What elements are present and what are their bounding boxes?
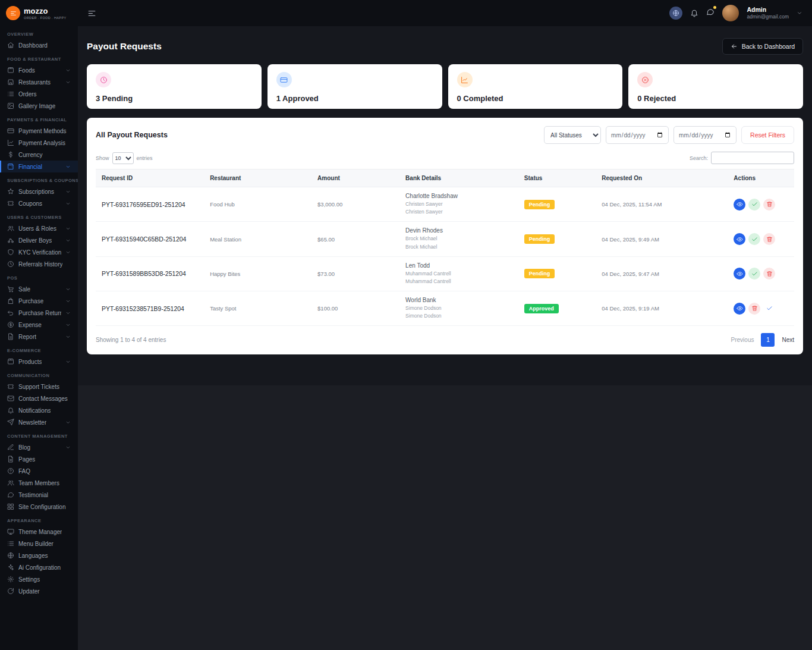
- avatar[interactable]: [722, 5, 739, 21]
- column-header-status[interactable]: Status: [518, 169, 596, 187]
- chevron-down-icon: [65, 322, 71, 328]
- sidebar-item-label: Ai Configuration: [18, 564, 61, 571]
- approve-button[interactable]: [748, 199, 760, 211]
- sidebar-item-restaurants[interactable]: Restaurants: [0, 76, 78, 88]
- bank-detail: Simone Dodson: [405, 304, 512, 312]
- request-id: PYT-69315238571B9-251204: [96, 291, 204, 326]
- sidebar-item-sale[interactable]: Sale: [0, 283, 78, 295]
- status-filter-select[interactable]: All Statuses: [544, 126, 601, 144]
- column-header-bank-details[interactable]: Bank Details: [399, 169, 518, 187]
- request-id: PYT-6931589BB53D8-251204: [96, 256, 204, 291]
- column-header-amount[interactable]: Amount: [311, 169, 399, 187]
- column-header-actions[interactable]: Actions: [728, 169, 794, 187]
- delete-button[interactable]: [748, 303, 760, 315]
- sidebar-item-pages[interactable]: Pages: [0, 453, 78, 465]
- chevron-down-icon: [65, 420, 71, 425]
- sidebar-item-subscriptions[interactable]: Subscriptions: [0, 186, 78, 197]
- sidebar-item-expense[interactable]: Expense: [0, 319, 78, 331]
- sidebar-item-label: Payment Analysis: [18, 140, 65, 146]
- coins-icon: [7, 321, 14, 328]
- chevron-down-icon: [65, 68, 71, 73]
- sidebar-item-financial[interactable]: Financial: [0, 161, 78, 172]
- sidebar-item-settings[interactable]: Settings: [0, 573, 78, 585]
- sidebar-item-report[interactable]: Report: [0, 331, 78, 343]
- sidebar-item-faq[interactable]: FAQ: [0, 465, 78, 477]
- sidebar-item-gallery-image[interactable]: Gallery Image: [0, 100, 78, 112]
- sidebar-item-referrals-history[interactable]: Referrals History: [0, 258, 78, 270]
- sidebar-item-newsletter[interactable]: Newsletter: [0, 416, 78, 428]
- reset-filters-button[interactable]: Reset Filters: [741, 126, 794, 144]
- search-input[interactable]: [711, 152, 794, 164]
- clock-icon: [7, 260, 14, 268]
- topbar: Admin admin@gmail.com: [78, 0, 812, 26]
- date-from-input[interactable]: [606, 126, 669, 144]
- complete-button[interactable]: [763, 303, 775, 315]
- request-id: PYT-69315940C65BD-251204: [96, 222, 204, 256]
- sidebar-item-ai-configuration[interactable]: Ai Configuration: [0, 561, 78, 573]
- pagination-next[interactable]: Next: [782, 337, 794, 343]
- sidebar-item-languages[interactable]: Languages: [0, 549, 78, 561]
- sidebar-item-kyc-verification[interactable]: KYC Verification: [0, 246, 78, 258]
- delete-button[interactable]: [763, 199, 775, 211]
- back-to-dashboard-button[interactable]: Back to Dashboard: [722, 38, 803, 55]
- trash-icon: [766, 201, 773, 208]
- star-icon: [7, 188, 14, 195]
- sidebar-item-blog[interactable]: Blog: [0, 441, 78, 453]
- sidebar-item-payment-analysis[interactable]: Payment Analysis: [0, 137, 78, 149]
- payout-requests-table: Request IDRestaurantAmountBank DetailsSt…: [96, 169, 794, 326]
- sidebar-item-orders[interactable]: Orders: [0, 88, 78, 100]
- sidebar-item-coupons[interactable]: Coupons: [0, 197, 78, 209]
- sidebar-item-theme-manager[interactable]: Theme Manager: [0, 526, 78, 538]
- sidebar-item-products[interactable]: Products: [0, 356, 78, 368]
- table-header-row: Request IDRestaurantAmountBank DetailsSt…: [96, 169, 794, 187]
- user-menu[interactable]: Admin admin@gmail.com: [747, 6, 789, 20]
- brand[interactable]: mozzo ORDER . FOOD . HAPPY: [0, 0, 78, 26]
- sidebar-item-purchase[interactable]: Purchase: [0, 295, 78, 307]
- sidebar-item-foods[interactable]: Foods: [0, 64, 78, 76]
- pagination: Previous 1 Next: [731, 333, 794, 347]
- topbar-right: Admin admin@gmail.com: [669, 5, 802, 21]
- delete-button[interactable]: [763, 233, 775, 245]
- sidebar-item-support-tickets[interactable]: Support Tickets: [0, 381, 78, 392]
- sidebar-item-testimonial[interactable]: Testimonial: [0, 489, 78, 501]
- sidebar-item-menu-builder[interactable]: Menu Builder: [0, 538, 78, 549]
- sidebar-item-team-members[interactable]: Team Members: [0, 477, 78, 489]
- bell-icon[interactable]: [690, 9, 698, 17]
- view-button[interactable]: [734, 233, 745, 245]
- trash-icon: [766, 236, 773, 243]
- chevron-down-icon[interactable]: [797, 10, 802, 16]
- sidebar-item-currency[interactable]: Currency: [0, 149, 78, 161]
- sidebar-item-dashboard[interactable]: Dashboard: [0, 39, 78, 51]
- sidebar-item-payment-methods[interactable]: Payment Methods: [0, 125, 78, 137]
- sidebar-item-users-roles[interactable]: Users & Roles: [0, 222, 78, 234]
- column-header-requested-on[interactable]: Requested On: [596, 169, 728, 187]
- bank-detail: Christen Sawyer: [405, 200, 512, 208]
- globe-icon[interactable]: [669, 7, 682, 20]
- pagination-page-1[interactable]: 1: [761, 333, 775, 347]
- sidebar-item-deliver-boys[interactable]: Deliver Boys: [0, 234, 78, 246]
- delete-button[interactable]: [763, 268, 775, 280]
- eye-icon: [737, 271, 743, 277]
- pagination-previous[interactable]: Previous: [731, 337, 754, 343]
- clock-icon: [96, 72, 111, 87]
- view-button[interactable]: [734, 303, 745, 315]
- view-button[interactable]: [734, 268, 745, 280]
- sidebar-toggle-button[interactable]: [87, 9, 96, 18]
- bank-name: World Bank: [405, 297, 512, 303]
- page-size-select[interactable]: 10: [112, 152, 134, 164]
- chat-icon[interactable]: [706, 8, 715, 18]
- date-to-input[interactable]: [673, 126, 737, 144]
- sidebar-item-notifications[interactable]: Notifications: [0, 404, 78, 416]
- sidebar-item-label: Report: [18, 334, 36, 340]
- requested-on: 04 Dec, 2025, 9:19 AM: [596, 291, 728, 326]
- approve-button[interactable]: [748, 268, 760, 280]
- sidebar-item-purchase-return[interactable]: Purchase Return: [0, 307, 78, 319]
- column-header-restaurant[interactable]: Restaurant: [204, 169, 311, 187]
- column-header-request-id[interactable]: Request ID: [96, 169, 204, 187]
- approve-button[interactable]: [748, 233, 760, 245]
- sidebar-item-updater[interactable]: Updater: [0, 585, 78, 597]
- view-button[interactable]: [734, 199, 745, 211]
- sidebar-item-label: Contact Messages: [18, 395, 68, 402]
- sidebar-item-site-configuration[interactable]: Site Configuration: [0, 501, 78, 513]
- sidebar-item-contact-messages[interactable]: Contact Messages: [0, 392, 78, 404]
